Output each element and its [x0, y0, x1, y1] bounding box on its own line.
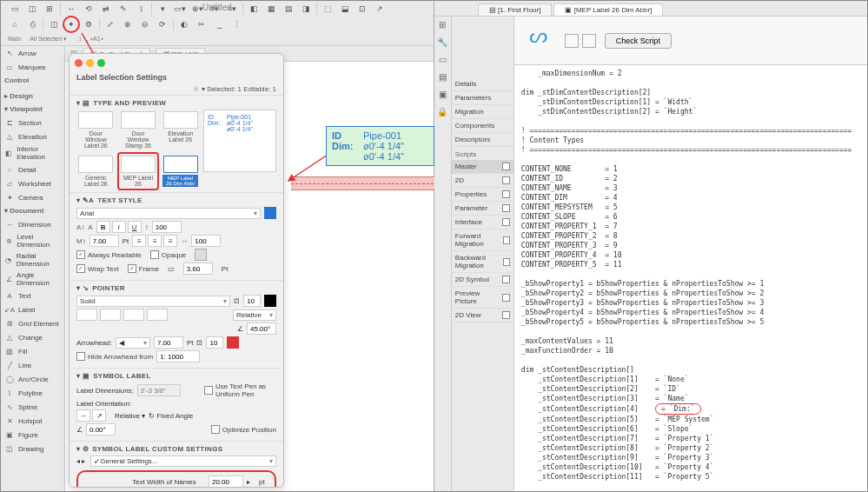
nav-2d-symbol[interactable]: 2D Symbol: [452, 273, 514, 287]
tool-label[interactable]: ↙ALabel: [1, 303, 64, 316]
folder-icon[interactable]: ▣: [436, 90, 448, 102]
tool-marquee[interactable]: ▭Marquee: [1, 60, 64, 74]
nav-preview-pic[interactable]: Preview Picture: [452, 287, 514, 309]
tool-icon[interactable]: ◐: [177, 17, 191, 31]
nav-bwd-migration[interactable]: Backward Migration: [452, 251, 514, 273]
lock-icon[interactable]: 🔒: [436, 107, 448, 119]
script-tab-active[interactable]: ▣ [MEP Label 26 Dim Abbr]: [553, 3, 663, 16]
tool-icon[interactable]: ▾: [156, 2, 169, 16]
tool-spline[interactable]: ∿Spline: [1, 400, 64, 414]
tool-icon[interactable]: ▤: [282, 2, 295, 16]
tool-icon[interactable]: ◨: [299, 2, 313, 16]
hide-arrow-check[interactable]: [76, 352, 85, 361]
arrow-size-input[interactable]: [154, 336, 183, 349]
tool-interior-elevation[interactable]: ◧Interior Elevation: [1, 143, 64, 163]
tool-text[interactable]: AText: [1, 289, 64, 303]
tool-camera[interactable]: ✦Camera: [1, 190, 64, 204]
bold-button[interactable]: B: [96, 221, 110, 233]
tool-icon[interactable]: ⟲: [82, 2, 96, 16]
script-tab[interactable]: ▤ [1. First Floor]: [478, 3, 553, 16]
tool-icon[interactable]: ⤢: [103, 17, 117, 31]
color-swatch[interactable]: [195, 249, 207, 261]
tool-icon[interactable]: [582, 34, 596, 48]
tool-radial-dim[interactable]: ◔Radial Dimension: [1, 250, 64, 269]
nav-interface[interactable]: Interface: [452, 216, 514, 229]
tool-icon[interactable]: ⊞: [43, 2, 56, 16]
kerning-input[interactable]: [191, 235, 221, 247]
tool-icon[interactable]: ✂: [195, 17, 209, 31]
nav-2d-view[interactable]: 2D View: [452, 309, 514, 322]
font-select[interactable]: Arial: [76, 208, 261, 219]
script-code[interactable]: _maxDimensionNum = 2 dim _stDimContentDe…: [514, 65, 867, 491]
optimize-check[interactable]: [211, 425, 220, 434]
text-width-names-input[interactable]: [209, 475, 243, 488]
arrowhead-select[interactable]: ◀: [116, 337, 150, 349]
tool-icon[interactable]: ⟳: [156, 17, 169, 31]
tool-icon[interactable]: ▦: [264, 2, 278, 16]
tool-figure[interactable]: ▣Figure: [1, 428, 64, 442]
tool-icon[interactable]: ⎯: [212, 17, 226, 31]
tool-icon[interactable]: ✦: [64, 17, 78, 31]
tool-icon[interactable]: ⬓: [338, 2, 352, 16]
tool-dimension[interactable]: ↔Dimension: [1, 217, 64, 231]
hide-scale-input[interactable]: [156, 350, 200, 362]
tool-polyline[interactable]: ⌇Polyline: [1, 386, 64, 400]
tool-icon[interactable]: ⊡: [355, 2, 369, 16]
tool-fill[interactable]: ▨Fill: [1, 344, 64, 358]
align-left[interactable]: ≡: [132, 235, 146, 247]
label-type-card[interactable]: MEP Label 26: [119, 154, 158, 189]
font-size-input[interactable]: [89, 235, 119, 247]
zoom-icon[interactable]: [97, 59, 105, 67]
nav-descriptors[interactable]: Descriptors: [452, 133, 514, 147]
always-readable-check[interactable]: [76, 250, 85, 259]
tool-icon[interactable]: ↔: [64, 2, 78, 16]
relative-select[interactable]: Relative: [233, 309, 276, 321]
tool-icon[interactable]: ⊕: [121, 17, 135, 31]
frame-offset-input[interactable]: [183, 263, 213, 275]
tool-icon[interactable]: ◫: [25, 2, 39, 16]
tool-grid[interactable]: ⊞Grid Element: [1, 316, 64, 330]
tool-icon[interactable]: ⊖: [138, 17, 152, 31]
mep-label-preview[interactable]: IDPipe-001 Dim:ø0'-4 1/4" ø0'-4 1/4": [326, 126, 434, 166]
tool-icon[interactable]: ◧: [247, 2, 261, 16]
pen-input[interactable]: [243, 295, 261, 307]
italic-button[interactable]: I: [112, 221, 126, 233]
tool-angle-dim[interactable]: ∠Angle Dimension: [1, 269, 64, 289]
tool-icon[interactable]: ▭▾: [173, 2, 187, 16]
label-type-card[interactable]: Generic Label 26: [76, 154, 116, 189]
align-right[interactable]: ≡: [163, 235, 177, 247]
label-type-card-selected[interactable]: MEP Label 26 Dim Abbr: [161, 154, 200, 189]
tool-icon[interactable]: ▭: [8, 2, 22, 16]
page-icon[interactable]: ▭: [436, 55, 448, 67]
pointer-style[interactable]: [100, 309, 121, 321]
tool-icon[interactable]: ⌂: [8, 17, 22, 31]
tool-arc[interactable]: ◯Arc/Circle: [1, 372, 64, 386]
nav-2d[interactable]: 2D: [452, 174, 514, 188]
color-swatch[interactable]: [227, 336, 239, 349]
pointer-style[interactable]: [123, 309, 144, 321]
tool-detail[interactable]: ○Detail: [1, 163, 64, 176]
nav-master[interactable]: Master: [452, 160, 514, 174]
rel-angle-input[interactable]: [86, 423, 116, 435]
tool-change[interactable]: △Change: [1, 330, 64, 344]
leading-input[interactable]: [152, 221, 182, 233]
nav-parameters[interactable]: Parameters: [452, 91, 514, 105]
orient-btn[interactable]: ↗: [92, 409, 106, 422]
tool-elevation[interactable]: △Elevation: [1, 130, 64, 143]
tool-icon[interactable]: ↗: [373, 2, 387, 16]
tool-icon[interactable]: ⋮: [229, 17, 243, 31]
tool-section[interactable]: ⊏Section: [1, 116, 64, 130]
pointer-style[interactable]: [76, 309, 97, 321]
close-icon[interactable]: [75, 59, 83, 67]
nav-details[interactable]: Details: [452, 77, 514, 91]
wrench-icon[interactable]: 🔧: [436, 37, 448, 50]
grid-icon[interactable]: ⊞: [436, 20, 448, 32]
general-settings-select[interactable]: ↙ General Settings...: [90, 455, 276, 467]
tool-icon[interactable]: ⇄: [99, 2, 113, 16]
opaque-check[interactable]: [150, 250, 159, 259]
tool-drawing[interactable]: ◫Drawing: [1, 442, 64, 455]
uniform-pen-check[interactable]: [204, 386, 213, 395]
line-style-select[interactable]: Solid: [76, 296, 230, 307]
label-type-card[interactable]: Door Window Stamp 26: [119, 110, 158, 150]
orient-btn[interactable]: ↔: [76, 409, 90, 422]
